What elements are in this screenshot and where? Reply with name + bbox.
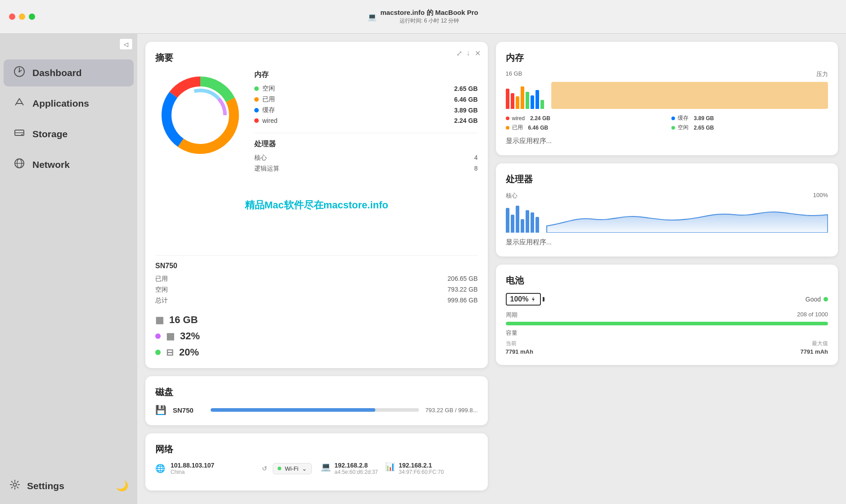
battery-card: 电池 100% Good [496,265,838,365]
cpu-bar-2 [511,215,514,233]
window-title: 💻 macstore.info 的 MacBook Pro 运行时间: 6 小时… [368,9,478,25]
good-label: Good [806,296,821,303]
wired-dot [254,118,259,123]
sidebar-item-applications[interactable]: Applications [4,90,134,117]
sidebar-collapse-button[interactable]: ◁ [119,38,133,50]
summary-stats: ▦ 16 GB ▦ 32% ⊟ 20% [155,314,478,358]
cpu-section: 处理器 核心 4 逻辑运算 8 [254,133,478,174]
used-dot [254,97,259,102]
cached-value: 3.89 GB [454,107,477,114]
sn750-section: SN750 已用 206.65 GB 空闲 793.22 GB 总计 999.8… [155,255,478,306]
battery-bar-fill [506,322,828,325]
network-public-row: 🌐 101.88.103.107 China ↺ Wi-Fi ⌄ [155,462,312,475]
bar-1 [506,89,509,109]
battery-percent: 100% [510,295,529,303]
network-label: Network [32,159,70,170]
wifi-selector[interactable]: Wi-Fi ⌄ [273,463,312,474]
cached-label: 缓存 [262,106,275,114]
dashboard-label: Dashboard [32,68,82,78]
theme-icon[interactable]: 🌙 [116,480,128,492]
cpu-core-label: 核心 [506,192,518,200]
local-ip: 192.168.2.8 [334,462,378,469]
refresh-icon[interactable]: ↺ [262,465,267,472]
public-ip: 101.88.103.107 [171,462,256,469]
gateway-info: 192.168.2.1 34:97:F6:60:FC:70 [399,462,444,475]
current-mah: 7791 mAh [506,348,533,355]
disk-stat-icon: ⊟ [166,347,174,358]
minimize-button[interactable] [19,14,25,20]
cpu-bar-1 [506,208,509,233]
memory-bar-chart [506,82,544,109]
cpu-usage: 32% [180,330,200,342]
cpu-logical-row: 逻辑运算 8 [254,163,478,174]
cpu-panel-card: 处理器 核心 100% [496,163,838,256]
expand-icon[interactable]: ⤢ [456,49,462,58]
window-controls: ⤢ ↓ ✕ [456,49,481,58]
cached-legend-dot [671,117,675,120]
sidebar-item-storage[interactable]: Storage [4,121,134,148]
legend-cached-item: 缓存 3.89 GB [671,114,828,122]
gateway-ip: 192.168.2.1 [399,462,444,469]
public-location: China [171,469,256,475]
cpu-show-apps[interactable]: 显示应用程序... [506,238,828,247]
battery-values: 当前 最大值 [506,340,828,347]
battery-indicator: 100% [506,293,545,306]
legend-used-item: 已用 6.46 GB [506,124,662,131]
cpu-usage-label: 100% [813,192,828,200]
memory-show-apps[interactable]: 显示应用程序... [506,137,828,145]
close-card-icon[interactable]: ✕ [475,49,481,58]
cpu-stat-icon: ▦ [166,331,175,342]
sidebar-item-dashboard[interactable]: Dashboard [4,59,134,86]
legend-wired: wired 2.24 GB [254,116,478,126]
storage-label: Storage [32,129,68,140]
used-label: 已用 [262,95,275,104]
battery-status: Good [806,296,828,303]
settings-item[interactable]: Settings [9,479,64,493]
wifi-label: Wi-Fi [285,465,298,472]
sn750-used-value: 206.65 GB [448,275,478,283]
sidebar-item-network[interactable]: Network [4,151,134,178]
cpu-panel-title: 处理器 [506,173,828,185]
local-network-row: 💻 192.168.2.8 a4:5e:60:d6:2d:37 📊 192.16… [321,462,477,475]
laptop-icon: 💻 [368,13,377,21]
gateway-mac: 34:97:F6:60:FC:70 [399,469,444,475]
local-ip-section: 💻 192.168.2.8 a4:5e:60:d6:2d:37 [321,462,378,475]
sn750-free-value: 793.22 GB [448,286,478,294]
close-button[interactable] [9,14,15,20]
applications-icon [13,96,26,111]
disk-stat-dot [155,350,161,355]
memory-panel-legend: wired 2.24 GB 缓存 3.89 GB 已用 6.46 GB [506,114,828,131]
fullscreen-button[interactable] [29,14,35,20]
cpu-chart-area [506,203,828,233]
sidebar-bottom: Settings 🌙 [0,472,137,500]
wired-value: 2.24 GB [454,117,477,124]
memory-gb-label: 16 GB [506,70,522,78]
summary-title: 摘要 [155,52,478,64]
storage-icon [13,127,26,141]
disk-name: SN750 [173,406,204,414]
cpu-cores-value: 4 [474,154,478,162]
left-column: 摘要 ⤢ ↓ ✕ [145,42,488,490]
disk-title: 磁盘 [155,386,478,398]
cpu-stat-dot [155,333,161,339]
public-ip-info: 101.88.103.107 China [171,462,256,475]
cpu-bar-6 [531,212,534,233]
cpu-wave-chart [546,203,828,233]
content-grid: 摘要 ⤢ ↓ ✕ [145,42,838,490]
memory-legend-title: 内存 [254,70,478,80]
free-label: 空闲 [262,85,275,93]
disk-row: 💾 SN750 793.22 GB / 999.8... [155,405,478,415]
chevron-icon: ⌄ [302,465,307,472]
free-dot [254,86,259,91]
pressure-fill [551,82,828,109]
lightning-icon [530,296,536,302]
sn750-free-row: 空闲 793.22 GB [155,284,478,295]
legend-free: 空闲 2.65 GB [254,83,478,94]
battery-nub [543,297,544,302]
battery-cycles-row: 周期 208 of 1000 [506,311,828,319]
battery-capacity-row: 容量 [506,329,828,337]
minimize-icon[interactable]: ↓ [467,49,470,58]
cpu-logical-value: 8 [474,165,478,173]
sn750-total-value: 999.86 GB [448,297,478,305]
stat-memory: ▦ 16 GB [155,314,478,326]
